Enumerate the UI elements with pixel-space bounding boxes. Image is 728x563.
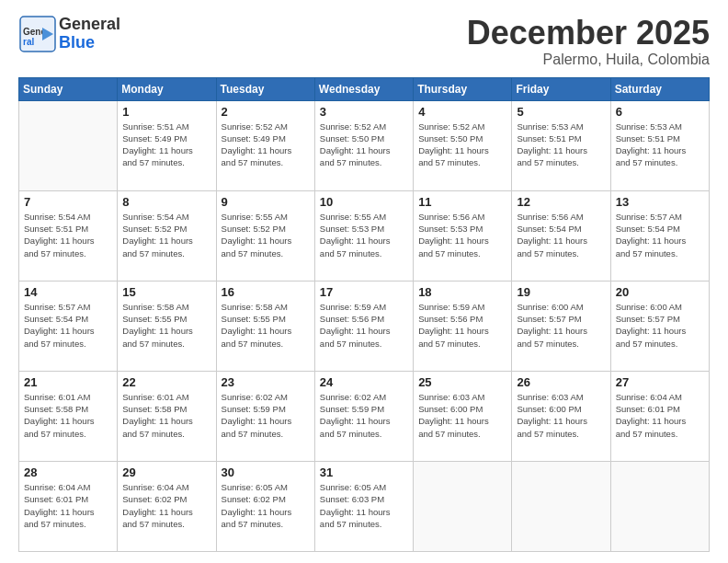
day-number: 6 bbox=[616, 105, 704, 119]
day-number: 16 bbox=[222, 285, 310, 299]
day-number: 29 bbox=[122, 465, 210, 479]
calendar-day-cell: 7Sunrise: 5:54 AM Sunset: 5:51 PM Daylig… bbox=[19, 190, 118, 281]
svg-text:ral: ral bbox=[23, 37, 34, 47]
weekday-header-row: SundayMondayTuesdayWednesdayThursdayFrid… bbox=[19, 77, 710, 100]
calendar-day-cell: 2Sunrise: 5:52 AM Sunset: 5:49 PM Daylig… bbox=[216, 100, 314, 190]
calendar-day-cell: 23Sunrise: 6:02 AM Sunset: 5:59 PM Dayli… bbox=[216, 371, 314, 461]
calendar-day-cell: 1Sunrise: 5:51 AM Sunset: 5:49 PM Daylig… bbox=[118, 100, 216, 190]
day-number: 10 bbox=[320, 195, 408, 209]
calendar-day-cell: 30Sunrise: 6:05 AM Sunset: 6:02 PM Dayli… bbox=[216, 461, 314, 551]
day-number: 8 bbox=[122, 195, 210, 209]
day-number: 12 bbox=[517, 195, 605, 209]
logo-text: General Blue bbox=[59, 16, 120, 52]
month-title: December 2025 bbox=[467, 15, 710, 52]
day-info: Sunrise: 6:02 AM Sunset: 5:59 PM Dayligh… bbox=[222, 391, 310, 440]
weekday-header: Tuesday bbox=[216, 77, 314, 100]
weekday-header: Wednesday bbox=[314, 77, 413, 100]
day-info: Sunrise: 5:58 AM Sunset: 5:55 PM Dayligh… bbox=[122, 301, 210, 350]
calendar-week-row: 14Sunrise: 5:57 AM Sunset: 5:54 PM Dayli… bbox=[19, 281, 710, 371]
calendar-day-cell: 25Sunrise: 6:03 AM Sunset: 6:00 PM Dayli… bbox=[414, 371, 512, 461]
day-number: 14 bbox=[24, 285, 112, 299]
day-info: Sunrise: 5:51 AM Sunset: 5:49 PM Dayligh… bbox=[122, 121, 210, 169]
day-number: 24 bbox=[320, 375, 408, 389]
calendar-day-cell: 17Sunrise: 5:59 AM Sunset: 5:56 PM Dayli… bbox=[314, 281, 413, 371]
calendar-day-cell: 16Sunrise: 5:58 AM Sunset: 5:55 PM Dayli… bbox=[216, 281, 314, 371]
calendar-week-row: 21Sunrise: 6:01 AM Sunset: 5:58 PM Dayli… bbox=[19, 371, 710, 461]
calendar-week-row: 28Sunrise: 6:04 AM Sunset: 6:01 PM Dayli… bbox=[19, 461, 710, 551]
calendar-day-cell bbox=[610, 461, 709, 551]
calendar-day-cell: 28Sunrise: 6:04 AM Sunset: 6:01 PM Dayli… bbox=[19, 461, 118, 551]
calendar-day-cell: 10Sunrise: 5:55 AM Sunset: 5:53 PM Dayli… bbox=[314, 190, 413, 281]
day-info: Sunrise: 6:04 AM Sunset: 6:01 PM Dayligh… bbox=[24, 481, 112, 530]
day-info: Sunrise: 5:57 AM Sunset: 5:54 PM Dayligh… bbox=[616, 211, 704, 259]
calendar-day-cell: 18Sunrise: 5:59 AM Sunset: 5:56 PM Dayli… bbox=[414, 281, 512, 371]
calendar-day-cell: 4Sunrise: 5:52 AM Sunset: 5:50 PM Daylig… bbox=[414, 100, 512, 190]
day-number: 4 bbox=[418, 105, 506, 119]
day-info: Sunrise: 5:58 AM Sunset: 5:55 PM Dayligh… bbox=[222, 301, 310, 350]
day-number: 15 bbox=[122, 285, 210, 299]
weekday-header: Thursday bbox=[414, 77, 512, 100]
day-info: Sunrise: 5:56 AM Sunset: 5:53 PM Dayligh… bbox=[418, 211, 506, 259]
day-info: Sunrise: 5:54 AM Sunset: 5:51 PM Dayligh… bbox=[24, 211, 112, 259]
title-area: December 2025 Palermo, Huila, Colombia bbox=[467, 15, 710, 68]
calendar-day-cell: 19Sunrise: 6:00 AM Sunset: 5:57 PM Dayli… bbox=[512, 281, 610, 371]
day-info: Sunrise: 6:02 AM Sunset: 5:59 PM Dayligh… bbox=[320, 391, 408, 440]
calendar-day-cell: 13Sunrise: 5:57 AM Sunset: 5:54 PM Dayli… bbox=[610, 190, 709, 281]
day-info: Sunrise: 6:03 AM Sunset: 6:00 PM Dayligh… bbox=[418, 391, 506, 440]
logo-blue: Blue bbox=[59, 34, 120, 52]
day-number: 30 bbox=[222, 465, 310, 479]
day-info: Sunrise: 6:04 AM Sunset: 6:02 PM Dayligh… bbox=[122, 481, 210, 530]
calendar-table: SundayMondayTuesdayWednesdayThursdayFrid… bbox=[18, 77, 710, 552]
calendar-day-cell: 6Sunrise: 5:53 AM Sunset: 5:51 PM Daylig… bbox=[610, 100, 709, 190]
day-info: Sunrise: 5:57 AM Sunset: 5:54 PM Dayligh… bbox=[24, 301, 112, 350]
day-number: 23 bbox=[222, 375, 310, 389]
day-number: 5 bbox=[517, 105, 605, 119]
day-number: 18 bbox=[418, 285, 506, 299]
day-number: 2 bbox=[222, 105, 310, 119]
day-info: Sunrise: 5:59 AM Sunset: 5:56 PM Dayligh… bbox=[418, 301, 506, 350]
weekday-header: Monday bbox=[118, 77, 216, 100]
header: Gene- ral General Blue December 2025 Pal… bbox=[18, 15, 710, 68]
day-number: 20 bbox=[616, 285, 704, 299]
day-number: 26 bbox=[517, 375, 605, 389]
weekday-header: Sunday bbox=[19, 77, 118, 100]
logo: Gene- ral General Blue bbox=[18, 15, 120, 53]
day-info: Sunrise: 6:00 AM Sunset: 5:57 PM Dayligh… bbox=[517, 301, 605, 350]
weekday-header: Saturday bbox=[610, 77, 709, 100]
calendar-day-cell: 22Sunrise: 6:01 AM Sunset: 5:58 PM Dayli… bbox=[118, 371, 216, 461]
day-info: Sunrise: 5:54 AM Sunset: 5:52 PM Dayligh… bbox=[122, 211, 210, 259]
day-number: 3 bbox=[320, 105, 408, 119]
page: Gene- ral General Blue December 2025 Pal… bbox=[0, 0, 728, 563]
day-number: 21 bbox=[24, 375, 112, 389]
weekday-header: Friday bbox=[512, 77, 610, 100]
calendar-day-cell: 14Sunrise: 5:57 AM Sunset: 5:54 PM Dayli… bbox=[19, 281, 118, 371]
day-number: 7 bbox=[24, 195, 112, 209]
day-info: Sunrise: 5:52 AM Sunset: 5:50 PM Dayligh… bbox=[418, 121, 506, 169]
day-info: Sunrise: 5:55 AM Sunset: 5:52 PM Dayligh… bbox=[222, 211, 310, 259]
logo-general: General bbox=[59, 16, 120, 34]
calendar-week-row: 7Sunrise: 5:54 AM Sunset: 5:51 PM Daylig… bbox=[19, 190, 710, 281]
day-number: 31 bbox=[320, 465, 408, 479]
calendar-day-cell: 11Sunrise: 5:56 AM Sunset: 5:53 PM Dayli… bbox=[414, 190, 512, 281]
day-info: Sunrise: 6:03 AM Sunset: 6:00 PM Dayligh… bbox=[517, 391, 605, 440]
day-number: 19 bbox=[517, 285, 605, 299]
calendar-day-cell: 3Sunrise: 5:52 AM Sunset: 5:50 PM Daylig… bbox=[314, 100, 413, 190]
calendar-day-cell: 26Sunrise: 6:03 AM Sunset: 6:00 PM Dayli… bbox=[512, 371, 610, 461]
calendar-day-cell: 31Sunrise: 6:05 AM Sunset: 6:03 PM Dayli… bbox=[314, 461, 413, 551]
calendar-day-cell: 12Sunrise: 5:56 AM Sunset: 5:54 PM Dayli… bbox=[512, 190, 610, 281]
day-info: Sunrise: 6:01 AM Sunset: 5:58 PM Dayligh… bbox=[122, 391, 210, 440]
calendar-day-cell: 9Sunrise: 5:55 AM Sunset: 5:52 PM Daylig… bbox=[216, 190, 314, 281]
day-number: 13 bbox=[616, 195, 704, 209]
day-number: 9 bbox=[222, 195, 310, 209]
day-number: 1 bbox=[122, 105, 210, 119]
calendar-day-cell bbox=[19, 100, 118, 190]
day-info: Sunrise: 6:04 AM Sunset: 6:01 PM Dayligh… bbox=[616, 391, 704, 440]
day-number: 17 bbox=[320, 285, 408, 299]
location-subtitle: Palermo, Huila, Colombia bbox=[467, 52, 710, 68]
calendar-day-cell bbox=[512, 461, 610, 551]
day-info: Sunrise: 5:59 AM Sunset: 5:56 PM Dayligh… bbox=[320, 301, 408, 350]
calendar-day-cell: 8Sunrise: 5:54 AM Sunset: 5:52 PM Daylig… bbox=[118, 190, 216, 281]
day-info: Sunrise: 6:05 AM Sunset: 6:03 PM Dayligh… bbox=[320, 481, 408, 530]
calendar-day-cell: 27Sunrise: 6:04 AM Sunset: 6:01 PM Dayli… bbox=[610, 371, 709, 461]
calendar-day-cell: 24Sunrise: 6:02 AM Sunset: 5:59 PM Dayli… bbox=[314, 371, 413, 461]
